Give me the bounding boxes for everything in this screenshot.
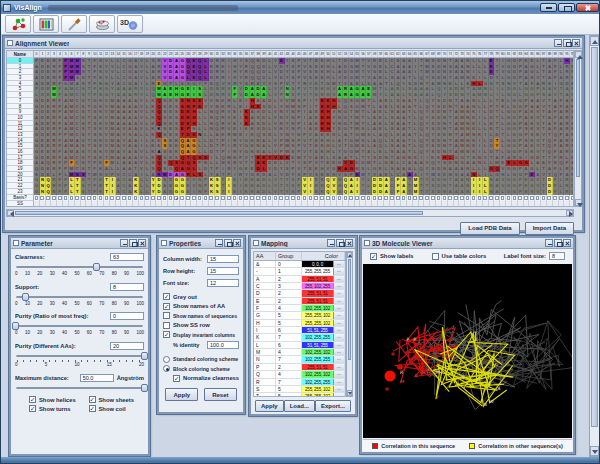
frame-minimize-button[interactable]: [215, 239, 223, 247]
mapping-apply-button[interactable]: Apply: [255, 400, 284, 412]
slider-track[interactable]: [15, 383, 144, 392]
checkbox-icon[interactable]: ✓: [29, 405, 36, 412]
scroll-up-icon[interactable]: [348, 254, 352, 257]
slider-value-field[interactable]: 50.0: [80, 374, 114, 382]
scroll-down-icon[interactable]: [348, 392, 352, 395]
color-picker-button[interactable]: ...: [333, 283, 344, 289]
color-table-button[interactable]: [33, 15, 59, 33]
mapping-row[interactable]: L651, 51, 255...: [254, 342, 345, 349]
color-picker-button[interactable]: ...: [333, 327, 344, 333]
frame-minimize-button[interactable]: [545, 239, 553, 247]
identity-field[interactable]: 100.0: [207, 341, 239, 349]
slider-thumb[interactable]: [22, 293, 29, 301]
slider-track[interactable]: [15, 351, 144, 360]
scroll-down-icon[interactable]: [577, 203, 583, 207]
window-minimize-button[interactable]: [540, 3, 557, 12]
edit-tool-button[interactable]: [61, 15, 87, 33]
window-maximize-button[interactable]: [558, 3, 575, 12]
frame-maximize-button[interactable]: [336, 239, 344, 247]
color-picker-button[interactable]: ...: [333, 356, 344, 362]
alignment-vertical-scrollbar[interactable]: [574, 50, 582, 207]
vertical-scroll-thumb[interactable]: [348, 259, 351, 360]
label-font-size-field[interactable]: 8: [549, 252, 565, 260]
show-helices-checkbox[interactable]: ✓Show helices: [29, 396, 85, 403]
slider-track[interactable]: [15, 321, 144, 330]
mapping-row[interactable]: H5255, 255, 102...: [254, 320, 345, 327]
frame-maximize-button[interactable]: [554, 239, 562, 247]
frame-close-button[interactable]: [345, 239, 353, 247]
mapping-row[interactable]: S5255, 255, 102...: [254, 386, 345, 393]
mapping-load-button[interactable]: Load...: [284, 400, 315, 412]
frame-close-button[interactable]: [572, 39, 580, 47]
layers-button[interactable]: [89, 15, 115, 33]
slider-thumb[interactable]: [93, 263, 100, 271]
frame-minimize-button[interactable]: [120, 239, 128, 247]
color-picker-button[interactable]: ...: [333, 312, 344, 318]
row-height-field[interactable]: 15: [207, 267, 239, 275]
slider-thumb[interactable]: [12, 322, 19, 330]
show-names-of-sequences-checkbox[interactable]: Show names of sequences: [163, 311, 239, 321]
color-picker-button[interactable]: ...: [333, 334, 344, 340]
checkbox-icon[interactable]: ✓: [370, 253, 377, 260]
molecule-viewer-titlebar[interactable]: 3D Molecule Viewer: [362, 238, 573, 249]
display-invariant-columns-checkbox[interactable]: ✓ Display invariant columns: [163, 330, 239, 340]
mapping-row[interactable]: &00, 0, 0...: [254, 261, 345, 268]
alignment-horizontal-scrollbar[interactable]: [6, 209, 574, 217]
radio-icon[interactable]: [163, 365, 170, 372]
slider-thumb[interactable]: [141, 352, 148, 360]
checkbox-icon[interactable]: ✓: [89, 396, 96, 403]
color-picker-button[interactable]: ...: [333, 305, 344, 311]
desktop-vertical-scrollbar[interactable]: [589, 35, 600, 457]
slider-value-field[interactable]: 0: [110, 312, 144, 320]
desktop-scroll-thumb[interactable]: [591, 47, 598, 427]
window-close-button[interactable]: [576, 3, 599, 12]
show-labels-checkbox[interactable]: ✓ Show labels: [370, 253, 414, 260]
checkbox-icon[interactable]: ✓: [163, 303, 170, 310]
checkbox-icon[interactable]: [432, 253, 439, 260]
properties-titlebar[interactable]: Properties: [159, 238, 243, 249]
font-size-field[interactable]: 12: [207, 279, 239, 287]
slider-value-field[interactable]: 8: [110, 283, 144, 291]
scroll-down-icon[interactable]: [592, 450, 598, 454]
slider-track[interactable]: [15, 262, 144, 271]
color-picker-button[interactable]: ...: [333, 393, 344, 397]
molecule-3d-button[interactable]: 3D: [117, 15, 143, 33]
show-sheets-checkbox[interactable]: ✓Show sheets: [89, 396, 145, 403]
checkbox-icon[interactable]: ✓: [29, 396, 36, 403]
color-picker-button[interactable]: ...: [333, 298, 344, 304]
color-picker-button[interactable]: ...: [333, 371, 344, 377]
checkbox-icon[interactable]: ✓: [163, 331, 170, 338]
mapping-row[interactable]: Q4102, 255, 102...: [254, 371, 345, 378]
color-picker-button[interactable]: ...: [333, 320, 344, 326]
grey-out-checkbox[interactable]: ✓ Grey out: [163, 292, 239, 302]
mapping-export-button[interactable]: Export...: [315, 400, 351, 412]
color-picker-button[interactable]: ...: [333, 364, 344, 370]
mapping-row[interactable]: F4102, 255, 102...: [254, 305, 345, 312]
mapping-row[interactable]: I651, 51, 255...: [254, 327, 345, 334]
color-picker-button[interactable]: ...: [333, 261, 344, 267]
mapping-row[interactable]: T5255, 255, 102...: [254, 393, 345, 397]
parameter-titlebar[interactable]: Parameter: [11, 238, 148, 249]
radio-icon[interactable]: [163, 356, 170, 363]
frame-maximize-button[interactable]: [563, 39, 571, 47]
frame-maximize-button[interactable]: [224, 239, 232, 247]
mapping-vertical-scrollbar[interactable]: [346, 251, 353, 397]
mapping-row[interactable]: C3255, 102, 255...: [254, 283, 345, 290]
checkbox-icon[interactable]: [163, 322, 170, 329]
show-names-of-aa-checkbox[interactable]: ✓ Show names of AA: [163, 302, 239, 312]
frame-close-button[interactable]: [138, 239, 146, 247]
mapping-row[interactable]: R7102, 255, 255...: [254, 379, 345, 386]
mapping-row[interactable]: G5255, 255, 102...: [254, 312, 345, 319]
slider-value-field[interactable]: 20: [110, 342, 144, 350]
import-data-button[interactable]: Import Data: [525, 222, 574, 235]
slider-thumb[interactable]: [141, 384, 148, 392]
normalize-clearness-checkbox[interactable]: ✓ Normalize clearness: [163, 374, 239, 384]
scroll-up-icon[interactable]: [592, 40, 598, 44]
frame-maximize-button[interactable]: [129, 239, 137, 247]
mapping-row[interactable]: M4102, 255, 102...: [254, 349, 345, 356]
standard-coloring-radio[interactable]: Standard coloring scheme: [163, 355, 239, 365]
color-picker-button[interactable]: ...: [333, 386, 344, 392]
color-picker-button[interactable]: ...: [333, 268, 344, 274]
column-width-field[interactable]: 15: [207, 255, 239, 263]
checkbox-icon[interactable]: [163, 312, 170, 319]
